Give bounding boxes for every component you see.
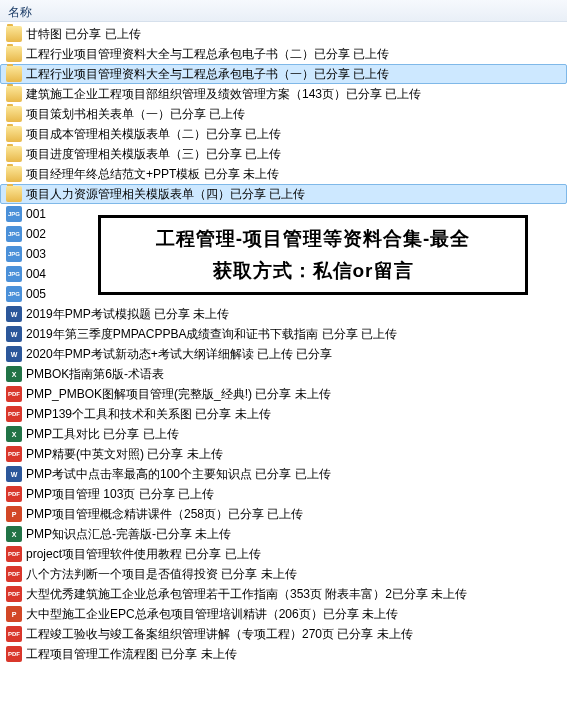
file-name-label: PMP项目管理 103页 已分享 已上传: [26, 486, 214, 503]
file-row[interactable]: PPMP项目管理概念精讲课件（258页）已分享 已上传: [0, 504, 567, 524]
folder-icon: [6, 106, 22, 122]
file-row[interactable]: XPMP工具对比 已分享 已上传: [0, 424, 567, 444]
file-name-label: 项目经理年终总结范文+PPT模板 已分享 未上传: [26, 166, 279, 183]
file-name-label: 002: [26, 227, 46, 241]
jpg-icon: JPG: [6, 266, 22, 282]
file-name-label: 2019年PMP考试模拟题 已分享 未上传: [26, 306, 229, 323]
jpg-icon: JPG: [6, 206, 22, 222]
file-row[interactable]: PDF八个方法判断一个项目是否值得投资 已分享 未上传: [0, 564, 567, 584]
folder-icon: [6, 126, 22, 142]
file-name-label: 项目成本管理相关模版表单（二）已分享 已上传: [26, 126, 281, 143]
xls-icon: X: [6, 526, 22, 542]
file-name-label: 项目策划书相关表单（一）已分享 已上传: [26, 106, 245, 123]
file-name-label: 甘特图 已分享 已上传: [26, 26, 141, 43]
folder-icon: [6, 166, 22, 182]
file-row[interactable]: 项目成本管理相关模版表单（二）已分享 已上传: [0, 124, 567, 144]
file-name-label: project项目管理软件使用教程 已分享 已上传: [26, 546, 261, 563]
folder-icon: [6, 66, 22, 82]
file-row[interactable]: PDFPMP精要(中英文对照) 已分享 未上传: [0, 444, 567, 464]
pdf-icon: PDF: [6, 566, 22, 582]
folder-icon: [6, 86, 22, 102]
file-name-label: 工程行业项目管理资料大全与工程总承包电子书（一）已分享 已上传: [26, 66, 389, 83]
file-row[interactable]: W2019年第三季度PMPACPPBA成绩查询和证书下载指南 已分享 已上传: [0, 324, 567, 344]
file-row[interactable]: PDF工程竣工验收与竣工备案组织管理讲解（专项工程）270页 已分享 未上传: [0, 624, 567, 644]
file-row[interactable]: PDF工程项目管理工作流程图 已分享 未上传: [0, 644, 567, 664]
file-row[interactable]: W2019年PMP考试模拟题 已分享 未上传: [0, 304, 567, 324]
pdf-icon: PDF: [6, 446, 22, 462]
file-row[interactable]: 工程行业项目管理资料大全与工程总承包电子书（二）已分享 已上传: [0, 44, 567, 64]
file-name-label: 工程竣工验收与竣工备案组织管理讲解（专项工程）270页 已分享 未上传: [26, 626, 413, 643]
file-name-label: PMP工具对比 已分享 已上传: [26, 426, 179, 443]
promo-line-1: 工程管理-项目管理等资料合集-最全: [156, 226, 471, 252]
folder-icon: [6, 26, 22, 42]
file-name-label: PMP_PMBOK图解项目管理(完整版_经典!) 已分享 未上传: [26, 386, 331, 403]
pdf-icon: PDF: [6, 586, 22, 602]
file-name-label: 工程项目管理工作流程图 已分享 未上传: [26, 646, 237, 663]
file-row[interactable]: XPMBOK指南第6版-术语表: [0, 364, 567, 384]
file-list: 甘特图 已分享 已上传工程行业项目管理资料大全与工程总承包电子书（二）已分享 已…: [0, 22, 567, 666]
doc-icon: W: [6, 466, 22, 482]
file-row[interactable]: PDFPMP项目管理 103页 已分享 已上传: [0, 484, 567, 504]
ppt-icon: P: [6, 606, 22, 622]
file-row[interactable]: 项目人力资源管理相关模版表单（四）已分享 已上传: [0, 184, 567, 204]
doc-icon: W: [6, 326, 22, 342]
file-name-label: 项目人力资源管理相关模版表单（四）已分享 已上传: [26, 186, 305, 203]
file-name-label: PMP139个工具和技术和关系图 已分享 未上传: [26, 406, 271, 423]
pdf-icon: PDF: [6, 626, 22, 642]
pdf-icon: PDF: [6, 486, 22, 502]
file-name-label: 建筑施工企业工程项目部组织管理及绩效管理方案（143页）已分享 已上传: [26, 86, 421, 103]
file-row[interactable]: XPMP知识点汇总-完善版-已分享 未上传: [0, 524, 567, 544]
jpg-icon: JPG: [6, 286, 22, 302]
file-name-label: 工程行业项目管理资料大全与工程总承包电子书（二）已分享 已上传: [26, 46, 389, 63]
file-name-label: 项目进度管理相关模版表单（三）已分享 已上传: [26, 146, 281, 163]
file-row[interactable]: P大中型施工企业EPC总承包项目管理培训精讲（206页）已分享 未上传: [0, 604, 567, 624]
pdf-icon: PDF: [6, 386, 22, 402]
file-name-label: 大中型施工企业EPC总承包项目管理培训精讲（206页）已分享 未上传: [26, 606, 398, 623]
folder-icon: [6, 186, 22, 202]
file-row[interactable]: PDFPMP_PMBOK图解项目管理(完整版_经典!) 已分享 未上传: [0, 384, 567, 404]
xls-icon: X: [6, 426, 22, 442]
file-row[interactable]: PDF大型优秀建筑施工企业总承包管理若干工作指南（353页 附表丰富）2已分享 …: [0, 584, 567, 604]
file-row[interactable]: 建筑施工企业工程项目部组织管理及绩效管理方案（143页）已分享 已上传: [0, 84, 567, 104]
jpg-icon: JPG: [6, 226, 22, 242]
file-name-label: 004: [26, 267, 46, 281]
pdf-icon: PDF: [6, 546, 22, 562]
file-row[interactable]: 项目经理年终总结范文+PPT模板 已分享 未上传: [0, 164, 567, 184]
xls-icon: X: [6, 366, 22, 382]
file-row[interactable]: PDFPMP139个工具和技术和关系图 已分享 未上传: [0, 404, 567, 424]
file-row[interactable]: 工程行业项目管理资料大全与工程总承包电子书（一）已分享 已上传: [0, 64, 567, 84]
file-name-label: PMP知识点汇总-完善版-已分享 未上传: [26, 526, 231, 543]
folder-icon: [6, 46, 22, 62]
jpg-icon: JPG: [6, 246, 22, 262]
file-name-label: 005: [26, 287, 46, 301]
file-row[interactable]: 项目进度管理相关模版表单（三）已分享 已上传: [0, 144, 567, 164]
file-name-label: 2020年PMP考试新动态+考试大纲详细解读 已上传 已分享: [26, 346, 332, 363]
promo-overlay: 工程管理-项目管理等资料合集-最全 获取方式：私信or留言: [98, 215, 528, 295]
file-name-label: 2019年第三季度PMPACPPBA成绩查询和证书下载指南 已分享 已上传: [26, 326, 397, 343]
doc-icon: W: [6, 346, 22, 362]
file-name-label: 001: [26, 207, 46, 221]
pdf-icon: PDF: [6, 406, 22, 422]
file-name-label: PMP项目管理概念精讲课件（258页）已分享 已上传: [26, 506, 303, 523]
file-name-label: PMP精要(中英文对照) 已分享 未上传: [26, 446, 223, 463]
doc-icon: W: [6, 306, 22, 322]
file-row[interactable]: 项目策划书相关表单（一）已分享 已上传: [0, 104, 567, 124]
file-name-label: PMBOK指南第6版-术语表: [26, 366, 164, 383]
file-name-label: 八个方法判断一个项目是否值得投资 已分享 未上传: [26, 566, 297, 583]
file-row[interactable]: PDFproject项目管理软件使用教程 已分享 已上传: [0, 544, 567, 564]
ppt-icon: P: [6, 506, 22, 522]
promo-line-2: 获取方式：私信or留言: [213, 258, 414, 284]
pdf-icon: PDF: [6, 646, 22, 662]
column-name-label: 名称: [8, 5, 32, 19]
file-row[interactable]: WPMP考试中点击率最高的100个主要知识点 已分享 已上传: [0, 464, 567, 484]
file-row[interactable]: 甘特图 已分享 已上传: [0, 24, 567, 44]
file-name-label: 大型优秀建筑施工企业总承包管理若干工作指南（353页 附表丰富）2已分享 未上传: [26, 586, 467, 603]
folder-icon: [6, 146, 22, 162]
file-row[interactable]: W2020年PMP考试新动态+考试大纲详细解读 已上传 已分享: [0, 344, 567, 364]
file-name-label: PMP考试中点击率最高的100个主要知识点 已分享 已上传: [26, 466, 331, 483]
file-name-label: 003: [26, 247, 46, 261]
column-header[interactable]: 名称: [0, 0, 567, 22]
